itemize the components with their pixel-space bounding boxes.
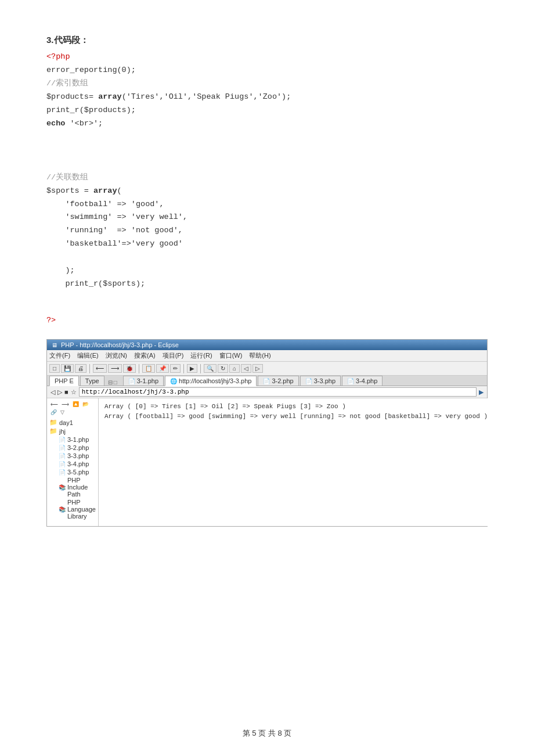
tree-item-day1[interactable]: 📁 day1	[49, 418, 96, 427]
lib-icon-lang: 📚	[59, 506, 66, 513]
eclipse-titlebar: 🖥 PHP - http://localhost/jhj/3-3.php - E…	[47, 340, 487, 350]
menu-help[interactable]: 帮助(H)	[249, 351, 270, 360]
tab-33php[interactable]: 📄 3-3.php	[300, 376, 341, 386]
tree-item-34[interactable]: 📄 3-4.php	[49, 460, 96, 468]
toolbar-edit[interactable]: ✏	[170, 364, 181, 373]
menu-browse[interactable]: 浏览(N)	[106, 351, 127, 360]
code-line: $sports = array(	[46, 185, 488, 198]
nav-stop[interactable]: ■	[64, 388, 68, 395]
tree-label-35: 3-5.php	[67, 469, 89, 476]
page-footer: 第 5 页 共 8 页	[0, 728, 534, 739]
sidebar-btn-1[interactable]: ⟵	[49, 401, 59, 408]
toolbar-new[interactable]: □	[49, 364, 60, 373]
code-line: 'football' => 'good',	[46, 198, 488, 211]
sidebar-btn-4[interactable]: 📂	[81, 401, 90, 408]
maximize-icon[interactable]: □	[114, 379, 117, 386]
tab-php-explorer-label: PHP E	[55, 377, 74, 384]
toolbar-debug[interactable]: 🐞	[123, 364, 136, 373]
tab-browser[interactable]: 🌐 http://localhost/jhj/3-3.php	[165, 376, 257, 386]
php-icon-34: 📄	[59, 461, 66, 467]
code-line: echo '<br>';	[46, 117, 488, 131]
tree-item-lang-lib[interactable]: 📚 PHP Language Library	[49, 498, 96, 520]
tab-33-icon: 📄	[305, 378, 312, 384]
menu-search[interactable]: 搜索(A)	[134, 351, 156, 360]
tab-34-label: 3-4.php	[356, 377, 377, 384]
panel-tabs: PHP E Type ⊟ □ 📄 3-1.php 🌐 http://localh…	[47, 376, 487, 386]
tree-item-include-path[interactable]: 📚 PHP Include Path	[49, 476, 96, 498]
php-icon-32: 📄	[59, 445, 66, 451]
tab-33-label: 3-3.php	[314, 377, 335, 384]
code-line	[46, 251, 488, 264]
code-line: //索引数组	[46, 77, 488, 91]
folder-icon-jhj: 📁	[49, 427, 57, 435]
code-line: print_r($products);	[46, 104, 488, 117]
sidebar-btn-2[interactable]: ⟶	[60, 401, 70, 408]
tab-31-icon: 📄	[128, 378, 135, 384]
toolbar-home[interactable]: ⌂	[229, 364, 240, 373]
nav-forward[interactable]: ▷	[57, 388, 62, 396]
eclipse-main: ⟵ ⟶ 🔼 📂 🔗 ▽ 📁 day1 📁 jhj 📄 3-	[47, 398, 487, 526]
tab-31php[interactable]: 📄 3-1.php	[123, 376, 164, 386]
menu-project[interactable]: 项目(P)	[163, 351, 184, 360]
menu-file[interactable]: 文件(F)	[49, 351, 70, 360]
folder-icon-day1: 📁	[49, 419, 57, 426]
toolbar-forward[interactable]: ⟶	[108, 364, 122, 373]
code-line: );	[46, 264, 488, 278]
toolbar-search[interactable]: 🔍	[204, 364, 217, 373]
tree-label-include: PHP Include Path	[67, 477, 96, 498]
php-icon-33: 📄	[59, 453, 66, 459]
toolbar-refresh[interactable]: ↻	[218, 364, 228, 373]
eclipse-menubar[interactable]: 文件(F) 编辑(E) 浏览(N) 搜索(A) 项目(P) 运行(R) 窗口(W…	[47, 350, 487, 362]
code-line: ?>	[46, 314, 488, 327]
nav-back[interactable]: ◁	[50, 388, 55, 396]
toolbar-paste[interactable]: 📌	[156, 364, 169, 373]
output-line-1: Array ( [0] => Tires [1] => Oil [2] => S…	[104, 402, 488, 412]
tab-browser-icon: 🌐	[170, 378, 177, 384]
nav-go[interactable]: ▶	[479, 388, 484, 396]
tree-label-31: 3-1.php	[67, 436, 89, 443]
tree-item-33[interactable]: 📄 3-3.php	[49, 452, 96, 460]
tab-32-icon: 📄	[263, 378, 270, 384]
sidebar-btn-6[interactable]: ▽	[59, 409, 66, 416]
eclipse-addressbar: ◁ ▷ ■ ☆ ▶	[47, 386, 487, 398]
nav-bookmark[interactable]: ☆	[71, 388, 77, 396]
minimize-icon[interactable]: ⊟	[108, 379, 113, 386]
eclipse-title: PHP - http://localhost/jhj/3-3.php - Ecl…	[61, 341, 179, 348]
tree-item-32[interactable]: 📄 3-2.php	[49, 444, 96, 452]
code-end: ?>	[46, 314, 488, 327]
tab-34php[interactable]: 📄 3-4.php	[342, 376, 383, 386]
code-line: <?php	[46, 51, 488, 64]
tree-item-jhj[interactable]: 📁 jhj	[49, 427, 96, 435]
address-input[interactable]	[79, 387, 477, 397]
tree-item-31[interactable]: 📄 3-1.php	[49, 435, 96, 444]
toolbar-save[interactable]: 💾	[61, 364, 74, 373]
toolbar-prev[interactable]: ◁	[241, 364, 251, 373]
toolbar-back[interactable]: ⟵	[93, 364, 107, 373]
menu-window[interactable]: 窗口(W)	[219, 351, 243, 360]
tab-php-explorer[interactable]: PHP E	[49, 376, 79, 386]
tree-label-jhj: jhj	[59, 428, 66, 435]
tab-34-icon: 📄	[347, 378, 354, 384]
eclipse-toolbar: □ 💾 🖨 ⟵ ⟶ 🐞 📋 📌 ✏ ▶ 🔍 ↻ ⌂ ◁ ▷	[47, 362, 487, 376]
code-block-2: //关联数组 $sports = array( 'football' => 'g…	[46, 171, 488, 291]
tab-31-label: 3-1.php	[137, 377, 158, 384]
eclipse-sidebar: ⟵ ⟶ 🔼 📂 🔗 ▽ 📁 day1 📁 jhj 📄 3-	[47, 398, 99, 526]
sidebar-btn-3[interactable]: 🔼	[71, 401, 80, 408]
sidebar-toolbar: ⟵ ⟶ 🔼 📂 🔗 ▽	[49, 401, 96, 416]
eclipse-window: 🖥 PHP - http://localhost/jhj/3-3.php - E…	[46, 339, 488, 527]
toolbar-next[interactable]: ▷	[252, 364, 263, 373]
menu-run[interactable]: 运行(R)	[190, 351, 212, 360]
toolbar-sep3	[183, 364, 184, 373]
toolbar-copy[interactable]: 📋	[142, 364, 155, 373]
tab-type[interactable]: Type	[80, 376, 104, 386]
menu-edit[interactable]: 编辑(E)	[77, 351, 99, 360]
sidebar-btn-5[interactable]: 🔗	[49, 409, 58, 416]
toolbar-sep1	[89, 364, 90, 373]
php-icon-31: 📄	[59, 437, 66, 443]
tab-32php[interactable]: 📄 3-2.php	[258, 376, 298, 386]
toolbar-print[interactable]: 🖨	[75, 364, 86, 373]
lib-icon-include: 📚	[59, 484, 66, 491]
code-line: print_r($sports);	[46, 278, 488, 291]
tree-item-35[interactable]: 📄 3-5.php	[49, 468, 96, 476]
toolbar-run[interactable]: ▶	[187, 364, 197, 373]
